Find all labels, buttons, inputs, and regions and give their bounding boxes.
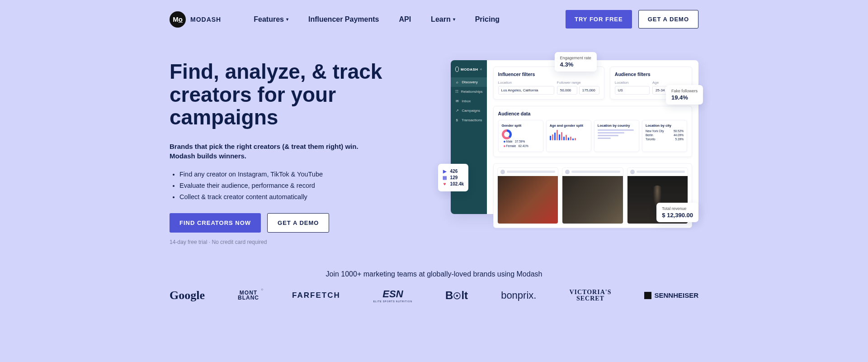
location-input[interactable]: Los Angeles, California [498, 86, 554, 95]
mock-logo-icon [455, 67, 459, 72]
brands-row: Google MONTBLANC○ FARFETCH ESNELITE SPOR… [170, 288, 698, 316]
heart-icon: ♥ [443, 181, 447, 186]
get-a-demo-button[interactable]: GET A DEMO [638, 10, 698, 29]
engagement-bubble: Engagement rate 4.3% [555, 52, 597, 71]
try-for-free-button[interactable]: TRY FOR FREE [566, 10, 632, 29]
follower-max-input[interactable]: 175,000 [579, 86, 599, 95]
logo-mark-icon: Mo [170, 11, 186, 28]
dollar-icon: $ [455, 118, 459, 122]
age-gender-card: Age and gender split [546, 120, 591, 152]
sidebar-item-relationships[interactable]: ☷Relationships [451, 87, 487, 96]
chevron-down-icon: ▾ [453, 17, 455, 22]
hero-title: Find, analyze, & track creators for your… [170, 60, 424, 129]
aud-location-input[interactable]: US [615, 86, 650, 95]
gender-split-card: Gender split Male 37.59% Female 62.41% [498, 120, 543, 152]
country-card: Location by country [594, 120, 639, 152]
hero-bullets: Find any creator on Instagram, TikTok & … [170, 171, 424, 200]
trial-note: 14-day free trial · No credit card requi… [170, 239, 424, 245]
search-icon: ⌕ [455, 80, 459, 84]
sennheiser-icon [644, 292, 651, 299]
brand-esn: ESNELITE SPORTS NUTRITION [373, 288, 412, 303]
hero-subtitle: Brands that pick the right creators (& t… [170, 142, 359, 161]
mock-main: Influencer filters Location Los Angeles,… [487, 60, 698, 214]
brand-victorias-secret: VICTORIA'SSECRET [569, 289, 611, 302]
brand-google: Google [170, 289, 205, 302]
chevron-down-icon: ▾ [286, 17, 288, 22]
nav-features[interactable]: Features▾ [254, 15, 288, 24]
hero-bullet: Find any creator on Instagram, TikTok & … [179, 171, 424, 178]
nav-influencer-payments[interactable]: Influencer Payments [308, 15, 379, 24]
play-icon: ▶ [443, 169, 447, 174]
brand-bonprix: bonprix. [501, 290, 536, 301]
cta-row: FIND CREATORS NOW GET A DEMO [170, 213, 424, 233]
city-card: Location by city New York City50.52% Ber… [642, 120, 687, 152]
hero-bullet: Collect & track creator content automati… [179, 193, 424, 200]
bar-chart-icon [550, 129, 588, 140]
donut-chart-icon [502, 129, 512, 139]
header: Mo MODASH Features▾ Influencer Payments … [170, 0, 698, 38]
follower-min-input[interactable]: 50,000 [557, 86, 577, 95]
creator-photo [498, 176, 558, 224]
get-a-demo-button[interactable]: GET A DEMO [267, 213, 329, 233]
audience-data-card: Audience data Gender split Male 37.59% F… [493, 106, 692, 157]
inbox-icon: ✉ [455, 99, 459, 103]
logo[interactable]: Mo MODASH [170, 11, 221, 28]
revenue-bubble: Total revenue $ 12,390.00 [656, 203, 698, 222]
brand-bolt: B☉lt [445, 289, 468, 302]
product-mock: MODASH « ⌕Discovery ☷Relationships ✉Inbo… [451, 60, 698, 245]
find-creators-button[interactable]: FIND CREATORS NOW [170, 213, 261, 233]
nav-learn[interactable]: Learn▾ [431, 15, 455, 24]
chart-icon: ↗ [455, 109, 459, 113]
hero-copy: Find, analyze, & track creators for your… [170, 60, 424, 245]
content-card[interactable] [562, 167, 623, 224]
sidebar-item-campaigns[interactable]: ↗Campaigns [451, 106, 487, 115]
content-card[interactable] [497, 167, 558, 224]
collapse-icon: « [480, 67, 482, 71]
avatar-icon [500, 170, 505, 174]
people-icon: ☷ [455, 90, 458, 94]
creator-photo [562, 176, 623, 224]
brand-montblanc: MONTBLANC○ [238, 291, 259, 300]
nav-pricing[interactable]: Pricing [475, 15, 500, 24]
avatar-icon [565, 170, 570, 174]
hero-bullet: Evaluate their audience, performance & r… [179, 182, 424, 189]
brand-sennheiser: SENNHEISER [644, 291, 698, 299]
metrics-bubble: ▶426 ▤129 ♥102.4k [438, 164, 469, 191]
brands-heading: Join 1000+ marketing teams at globally-l… [170, 250, 698, 288]
brand-farfetch: FARFETCH [292, 291, 340, 300]
nav: Features▾ Influencer Payments API Learn▾… [254, 15, 500, 24]
sidebar-item-transactions[interactable]: $Transactions [451, 115, 487, 125]
sidebar-item-discovery[interactable]: ⌕Discovery [451, 77, 487, 87]
hero: Find, analyze, & track creators for your… [170, 38, 698, 250]
fake-followers-bubble: Fake followers 19.4% [666, 85, 703, 105]
header-actions: TRY FOR FREE GET A DEMO [566, 10, 698, 29]
comment-icon: ▤ [443, 175, 447, 180]
sidebar-item-inbox[interactable]: ✉Inbox [451, 96, 487, 106]
logo-text: MODASH [190, 16, 221, 23]
nav-api[interactable]: API [399, 15, 411, 24]
avatar-icon [630, 170, 635, 174]
